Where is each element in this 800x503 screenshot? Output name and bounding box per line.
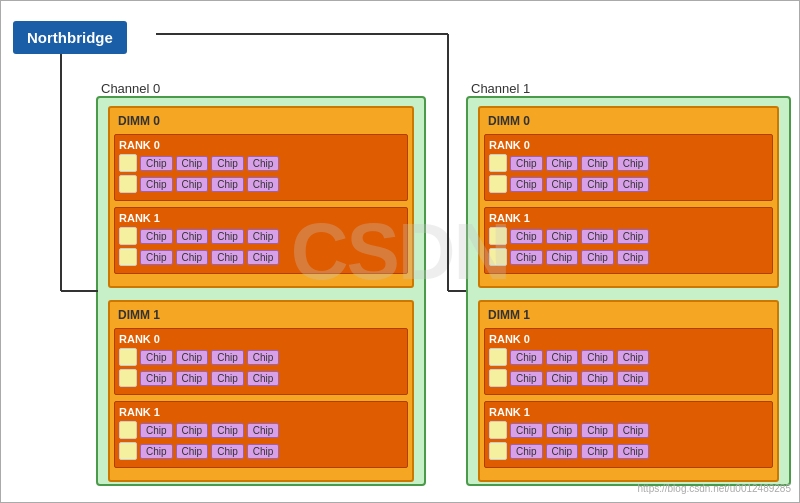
chip: Chip xyxy=(510,350,543,365)
chip: Chip xyxy=(176,350,209,365)
rank-1-1-1-label: RANK 1 xyxy=(489,406,768,418)
chip: Chip xyxy=(617,444,650,459)
chip-row: Chip Chip Chip Chip xyxy=(119,175,403,193)
dimm-1-0-box: DIMM 0 RANK 0 Chip Chip Chip Chip Chip C… xyxy=(478,106,779,288)
rank-0-0-0-box: RANK 0 Chip Chip Chip Chip Chip Chip Chi… xyxy=(114,134,408,201)
chip: Chip xyxy=(176,371,209,386)
chip: Chip xyxy=(211,371,244,386)
rank-1-1-0-box: RANK 0 Chip Chip Chip Chip Chip Chip Chi… xyxy=(484,328,773,395)
rank-1-0-0-label: RANK 0 xyxy=(489,139,768,151)
chip-strip xyxy=(119,421,137,439)
chip: Chip xyxy=(546,229,579,244)
rank-0-0-0-label: RANK 0 xyxy=(119,139,403,151)
chip-row: Chip Chip Chip Chip xyxy=(489,369,768,387)
chip: Chip xyxy=(140,371,173,386)
rank-0-1-1-label: RANK 1 xyxy=(119,406,403,418)
chip: Chip xyxy=(140,250,173,265)
chip-row: Chip Chip Chip Chip xyxy=(489,248,768,266)
chip-row: Chip Chip Chip Chip xyxy=(119,348,403,366)
chip-strip xyxy=(489,154,507,172)
chip-strip xyxy=(119,442,137,460)
chip: Chip xyxy=(247,350,280,365)
chip-strip xyxy=(489,348,507,366)
northbridge-label: Northbridge xyxy=(27,29,113,46)
chip: Chip xyxy=(211,444,244,459)
rank-1-0-1-label: RANK 1 xyxy=(489,212,768,224)
rank-0-0-1-label: RANK 1 xyxy=(119,212,403,224)
chip: Chip xyxy=(510,250,543,265)
dimm-1-1-box: DIMM 1 RANK 0 Chip Chip Chip Chip Chip C… xyxy=(478,300,779,482)
chip-row: Chip Chip Chip Chip xyxy=(119,442,403,460)
chip: Chip xyxy=(546,177,579,192)
chip-row: Chip Chip Chip Chip xyxy=(489,421,768,439)
chip-row: Chip Chip Chip Chip xyxy=(119,369,403,387)
chip: Chip xyxy=(211,250,244,265)
chip: Chip xyxy=(211,423,244,438)
rank-0-1-0-label: RANK 0 xyxy=(119,333,403,345)
chip-strip xyxy=(489,369,507,387)
chip: Chip xyxy=(546,156,579,171)
chip: Chip xyxy=(176,444,209,459)
channel-1-box: DIMM 0 RANK 0 Chip Chip Chip Chip Chip C… xyxy=(466,96,791,486)
dimm-0-0-box: DIMM 0 RANK 0 Chip Chip Chip Chip Chip C… xyxy=(108,106,414,288)
chip: Chip xyxy=(617,229,650,244)
chip: Chip xyxy=(581,371,614,386)
chip: Chip xyxy=(176,156,209,171)
chip: Chip xyxy=(617,156,650,171)
chip: Chip xyxy=(176,177,209,192)
chip: Chip xyxy=(546,423,579,438)
rank-0-1-1-box: RANK 1 Chip Chip Chip Chip Chip Chip Chi… xyxy=(114,401,408,468)
rank-1-0-0-box: RANK 0 Chip Chip Chip Chip Chip Chip Chi… xyxy=(484,134,773,201)
chip-row: Chip Chip Chip Chip xyxy=(489,227,768,245)
dimm-0-0-label: DIMM 0 xyxy=(114,112,408,130)
channel-0-label: Channel 0 xyxy=(101,81,160,96)
chip: Chip xyxy=(140,229,173,244)
rank-1-1-1-box: RANK 1 Chip Chip Chip Chip Chip Chip Chi… xyxy=(484,401,773,468)
rank-0-0-1-box: RANK 1 Chip Chip Chip Chip Chip Chip Chi… xyxy=(114,207,408,274)
dimm-1-1-label: DIMM 1 xyxy=(484,306,773,324)
chip: Chip xyxy=(581,156,614,171)
chip: Chip xyxy=(211,229,244,244)
chip-strip xyxy=(119,227,137,245)
chip: Chip xyxy=(510,371,543,386)
channel-0-box: DIMM 0 RANK 0 Chip Chip Chip Chip Chip C… xyxy=(96,96,426,486)
rank-1-1-0-label: RANK 0 xyxy=(489,333,768,345)
chip: Chip xyxy=(211,156,244,171)
chip-strip xyxy=(119,175,137,193)
chip: Chip xyxy=(247,229,280,244)
chip: Chip xyxy=(176,423,209,438)
dimm-0-1-box: DIMM 1 RANK 0 Chip Chip Chip Chip Chip C… xyxy=(108,300,414,482)
chip: Chip xyxy=(510,156,543,171)
chip: Chip xyxy=(581,250,614,265)
chip: Chip xyxy=(617,250,650,265)
chip-strip xyxy=(119,248,137,266)
chip-row: Chip Chip Chip Chip xyxy=(119,227,403,245)
rank-0-1-0-box: RANK 0 Chip Chip Chip Chip Chip Chip Chi… xyxy=(114,328,408,395)
chip: Chip xyxy=(510,229,543,244)
chip: Chip xyxy=(140,350,173,365)
watermark-text: https://blog.csdn.net/u0012489285 xyxy=(638,483,791,494)
chip-row: Chip Chip Chip Chip xyxy=(489,442,768,460)
chip: Chip xyxy=(140,444,173,459)
chip: Chip xyxy=(247,444,280,459)
chip: Chip xyxy=(581,423,614,438)
main-container: CSDN Northbridge Channel 0 Channel 1 DIM… xyxy=(0,0,800,503)
chip-row: Chip Chip Chip Chip xyxy=(119,154,403,172)
chip: Chip xyxy=(617,350,650,365)
chip-strip xyxy=(119,348,137,366)
chip: Chip xyxy=(140,156,173,171)
chip: Chip xyxy=(617,371,650,386)
chip-row: Chip Chip Chip Chip xyxy=(119,421,403,439)
chip: Chip xyxy=(176,250,209,265)
chip: Chip xyxy=(140,423,173,438)
chip-row: Chip Chip Chip Chip xyxy=(489,175,768,193)
chip: Chip xyxy=(247,250,280,265)
chip: Chip xyxy=(546,250,579,265)
chip-strip xyxy=(489,175,507,193)
chip-row: Chip Chip Chip Chip xyxy=(119,248,403,266)
chip: Chip xyxy=(581,229,614,244)
chip: Chip xyxy=(211,350,244,365)
northbridge-box: Northbridge xyxy=(13,21,127,54)
chip-strip xyxy=(489,227,507,245)
chip: Chip xyxy=(510,423,543,438)
